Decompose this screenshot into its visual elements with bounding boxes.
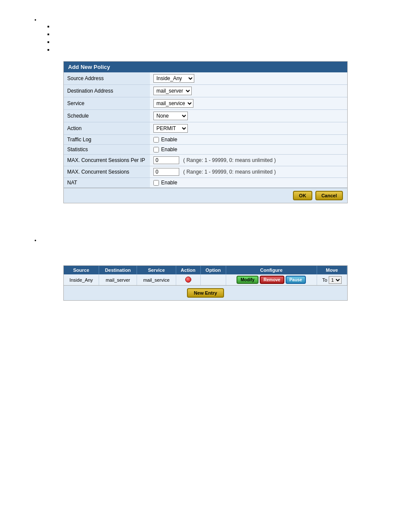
statistics-label: Statistics [64,145,150,155]
max-concurrent-sessions-range: ( Range: 1 - 99999, 0: means unlimited ) [183,169,276,175]
source-address-label: Source Address [64,72,150,85]
nat-label: NAT [64,178,150,188]
destination-address-label: Destination Address [64,85,150,97]
schedule-select[interactable]: None [153,112,188,120]
traffic-log-row: Traffic Log Enable [64,135,347,145]
statistics-row: Statistics Enable [64,145,347,155]
schedule-row: Schedule None [64,110,347,122]
max-concurrent-sessions-label: MAX. Concurrent Sessions [64,166,150,178]
destination-address-row: Destination Address mail_server Any [64,85,347,97]
row-service: mail_service [137,274,176,285]
pause-button[interactable]: Pause [286,276,306,284]
col-service: Service [137,266,176,274]
sub-bullet-4 [47,47,402,53]
form-title: Add New Policy [68,64,110,70]
col-source: Source [64,266,99,274]
statistics-checkbox[interactable] [153,147,159,152]
form-panel-header: Add New Policy [64,62,347,72]
row-destination: mail_server [99,274,137,285]
row-option [200,274,226,285]
ok-button[interactable]: OK [293,191,312,200]
move-to-label: To [322,277,327,283]
row-source: Inside_Any [64,274,99,285]
action-row: Action PERMIT DENY [64,122,347,135]
max-concurrent-sessions-per-ip-row: MAX. Concurrent Sessions Per IP ( Range:… [64,155,347,166]
source-address-select[interactable]: Inside_Any Any Outside_Any [153,74,194,83]
destination-address-select[interactable]: mail_server Any [153,87,192,95]
service-row: Service mail_service Any HTTP [64,97,347,110]
col-configure: Configure [226,266,317,274]
sub-bullet-2 [47,31,402,37]
max-concurrent-sessions-per-ip-range: ( Range: 1 - 99999, 0: means unlimited ) [183,157,276,163]
new-entry-button[interactable]: New Entry [187,288,224,298]
col-option: Option [200,266,226,274]
statistics-enable-text: Enable [161,146,177,152]
policy-table-wrapper: Source Destination Service Action Option… [63,265,348,301]
col-move: Move [317,266,347,274]
col-destination: Destination [99,266,137,274]
traffic-log-checkbox[interactable] [153,137,159,143]
nat-checkbox[interactable] [153,180,159,186]
action-label: Action [64,122,150,135]
bullet-dot-bottom [34,238,402,244]
form-footer: OK Cancel [64,188,347,203]
schedule-label: Schedule [64,110,150,122]
max-concurrent-sessions-per-ip-label: MAX. Concurrent Sessions Per IP [64,155,150,166]
max-concurrent-sessions-row: MAX. Concurrent Sessions ( Range: 1 - 99… [64,166,347,178]
add-new-policy-panel: Add New Policy Source Address Inside_Any… [63,61,348,203]
bullet-section-bottom [34,238,402,244]
policy-table: Source Destination Service Action Option… [64,266,347,285]
service-label: Service [64,97,150,110]
move-select[interactable]: 1 2 [329,276,342,284]
nat-checkbox-label: Enable [153,180,344,186]
traffic-log-checkbox-label: Enable [153,137,344,143]
bullet-section-top [34,17,402,53]
source-address-row: Source Address Inside_Any Any Outside_An… [64,72,347,85]
policy-table-header-row: Source Destination Service Action Option… [64,266,347,274]
traffic-log-enable-text: Enable [161,137,177,143]
table-row: Inside_Any mail_server mail_service Modi… [64,274,347,285]
max-concurrent-sessions-input[interactable] [153,168,179,176]
nat-enable-text: Enable [161,180,177,186]
statistics-checkbox-label: Enable [153,146,344,152]
policy-table-footer: New Entry [64,285,347,300]
bullet-dot [34,17,402,53]
sub-bullet-1 [47,23,402,29]
row-move: To 1 2 [317,274,347,285]
sub-bullet-3 [47,39,402,45]
remove-button[interactable]: Remove [260,276,284,284]
action-permit-dot [185,277,191,283]
col-action: Action [176,266,200,274]
policy-form-table: Source Address Inside_Any Any Outside_An… [64,72,347,188]
row-configure: Modify Remove Pause [226,274,317,285]
max-concurrent-sessions-per-ip-input[interactable] [153,156,179,164]
service-select[interactable]: mail_service Any HTTP [153,99,193,108]
modify-button[interactable]: Modify [237,276,258,284]
row-action [176,274,200,285]
traffic-log-label: Traffic Log [64,135,150,145]
nat-row: NAT Enable [64,178,347,188]
action-select[interactable]: PERMIT DENY [153,124,188,133]
cancel-button[interactable]: Cancel [315,191,343,200]
